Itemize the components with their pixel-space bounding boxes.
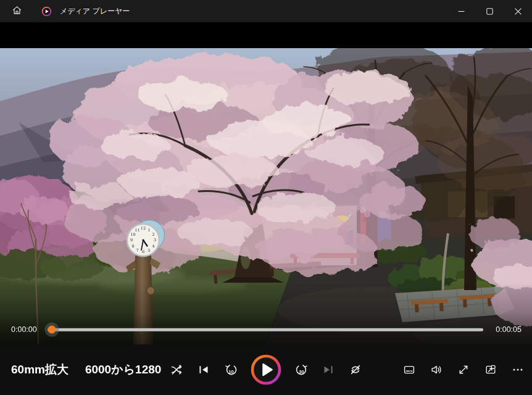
skip-forward-30-button[interactable]: 30 <box>290 359 312 381</box>
now-playing-subtitle: 6000から1280 <box>85 362 161 378</box>
mini-player-icon <box>484 364 497 376</box>
more-options-icon <box>512 364 524 376</box>
media-player-window: メディア プレーヤー <box>0 0 532 395</box>
close-icon <box>515 8 522 15</box>
previous-button[interactable] <box>193 359 215 381</box>
svg-text:9: 9 <box>130 238 133 243</box>
seek-overlay: 0:00:00 0:00:05 <box>0 314 532 344</box>
svg-text:6: 6 <box>142 249 144 254</box>
maximize-icon <box>486 8 493 15</box>
play-button[interactable] <box>251 354 281 385</box>
svg-text:5: 5 <box>148 248 150 253</box>
remaining-time: 0:00:05 <box>496 325 522 334</box>
shuffle-button[interactable] <box>165 359 188 381</box>
volume-button[interactable] <box>425 359 447 381</box>
captions-icon <box>403 364 415 376</box>
svg-text:11: 11 <box>135 228 139 233</box>
svg-text:12: 12 <box>141 226 146 231</box>
svg-text:8: 8 <box>131 244 134 249</box>
video-stage: 12 1 2 3 4 5 6 7 8 9 10 11 <box>0 22 532 344</box>
fullscreen-icon <box>457 364 470 376</box>
secondary-controls <box>398 359 529 381</box>
shuffle-off-icon <box>170 364 183 376</box>
maximize-button[interactable] <box>475 0 504 22</box>
svg-text:7: 7 <box>136 248 138 253</box>
skip-back-10-icon: 10 <box>225 364 238 376</box>
svg-text:10: 10 <box>228 368 234 374</box>
video-frame[interactable]: 12 1 2 3 4 5 6 7 8 9 10 11 <box>0 48 532 344</box>
minimize-icon <box>458 8 465 15</box>
skip-back-10-button[interactable]: 10 <box>220 359 242 381</box>
more-options-button[interactable] <box>507 359 529 381</box>
next-icon-disabled <box>322 364 335 376</box>
svg-text:2: 2 <box>152 232 154 237</box>
titlebar: メディア プレーヤー <box>0 0 532 22</box>
home-icon <box>12 5 22 17</box>
now-playing-title: 60mm拡大 <box>11 362 69 378</box>
svg-text:10: 10 <box>130 232 135 237</box>
svg-text:30: 30 <box>299 368 304 374</box>
titlebar-left: メディア プレーヤー <box>0 2 130 20</box>
fullscreen-button[interactable] <box>452 359 475 381</box>
svg-text:3: 3 <box>154 238 156 243</box>
previous-icon <box>197 364 210 376</box>
play-icon <box>251 354 281 385</box>
svg-text:4: 4 <box>152 244 154 249</box>
minimize-button[interactable] <box>447 0 475 22</box>
close-button[interactable] <box>504 0 532 22</box>
repeat-button[interactable] <box>344 359 367 381</box>
control-bar: 60mm拡大 6000から1280 <box>0 344 532 395</box>
window-title: メディア プレーヤー <box>60 6 130 17</box>
repeat-off-icon <box>349 364 362 376</box>
home-button[interactable] <box>9 2 25 20</box>
skip-forward-30-icon: 30 <box>295 364 308 376</box>
next-button[interactable] <box>317 359 339 381</box>
volume-icon <box>430 364 443 376</box>
transport-controls: 10 <box>165 354 367 385</box>
media-player-app-icon <box>41 6 52 17</box>
seek-thumb[interactable] <box>48 326 56 334</box>
svg-text:1: 1 <box>148 228 150 233</box>
captions-button[interactable] <box>398 359 420 381</box>
mini-player-button[interactable] <box>480 359 502 381</box>
seek-track[interactable] <box>48 328 484 331</box>
now-playing-info: 60mm拡大 6000から1280 <box>11 362 161 378</box>
window-controls <box>447 0 532 22</box>
elapsed-time: 0:00:00 <box>11 325 37 334</box>
video-scene: 12 1 2 3 4 5 6 7 8 9 10 11 <box>0 48 532 344</box>
seek-bar[interactable] <box>48 323 484 336</box>
